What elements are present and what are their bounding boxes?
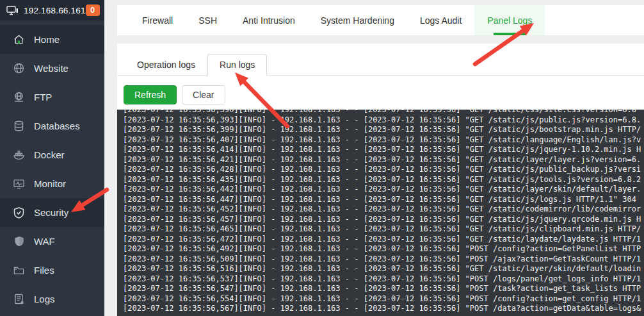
monitor-icon: [13, 178, 24, 189]
document-icon: [13, 294, 24, 304]
subtab-operation-logs[interactable]: Operation logs: [125, 54, 207, 76]
tab-anti-intrusion[interactable]: Anti Intrusion: [230, 5, 308, 35]
run-log-text: [2023-07-12 16:35:56,390][INFO] - 192.16…: [117, 110, 644, 314]
sidebar-item-label: Security: [34, 207, 68, 218]
sidebar-item-label: Docker: [34, 149, 65, 160]
security-tab-bar: FirewallSSHAnti IntrusionSystem Hardenin…: [117, 5, 644, 35]
tab-ssh[interactable]: SSH: [186, 5, 230, 35]
sidebar-item-label: FTP: [34, 92, 52, 103]
sidebar-item-monitor[interactable]: Monitor: [0, 169, 104, 198]
sidebar-item-label: Monitor: [34, 178, 66, 189]
tab-firewall[interactable]: Firewall: [129, 5, 186, 35]
clear-button[interactable]: Clear: [182, 85, 225, 104]
tab-panel-logs[interactable]: Panel Logs: [474, 5, 545, 35]
sidebar-menu: HomeWebsiteFTPDatabasesDockerMonitorSecu…: [0, 21, 104, 313]
log-type-tabs: Operation logsRun logs: [117, 44, 644, 76]
log-toolbar: Refresh Clear: [124, 85, 644, 104]
sidebar: 192.168.66.161 0 HomeWebsiteFTPDatabases…: [0, 0, 104, 316]
main-content: FirewallSSHAnti IntrusionSystem Hardenin…: [104, 0, 644, 316]
sidebar-item-website[interactable]: Website: [0, 54, 104, 83]
sidebar-item-label: Home: [34, 34, 60, 45]
sidebar-item-label: Website: [34, 63, 68, 74]
server-icon: [6, 6, 19, 15]
panel-logs-card: Operation logsRun logs Refresh Clear [20…: [117, 44, 644, 316]
server-header[interactable]: 192.168.66.161 0: [0, 0, 104, 21]
docker-icon: [13, 149, 24, 160]
shield-icon: [13, 236, 24, 247]
subtab-run-logs[interactable]: Run logs: [207, 54, 267, 76]
run-log-console[interactable]: [2023-07-12 16:35:56,390][INFO] - 192.16…: [117, 110, 644, 316]
sidebar-item-label: Files: [34, 265, 54, 276]
folder-icon: [13, 265, 24, 276]
sidebar-item-label: WAF: [34, 236, 55, 247]
sidebar-item-label: Databases: [34, 121, 80, 131]
refresh-button[interactable]: Refresh: [124, 85, 177, 104]
sidebar-item-docker[interactable]: Docker: [0, 140, 104, 169]
sidebar-item-label: Logs: [34, 294, 55, 304]
ftp-globe-icon: [13, 92, 24, 103]
database-icon: [13, 121, 24, 131]
globe-icon: [13, 63, 24, 74]
sidebar-item-databases[interactable]: Databases: [0, 112, 104, 140]
shield-check-icon: [13, 207, 24, 218]
server-ip: 192.168.66.161: [24, 6, 86, 15]
tab-system-hardening[interactable]: System Hardening: [308, 5, 407, 35]
sidebar-item-waf[interactable]: WAF: [0, 227, 104, 256]
tab-logs-audit[interactable]: Logs Audit: [407, 5, 474, 35]
message-count-badge[interactable]: 0: [86, 4, 100, 16]
sidebar-item-logs[interactable]: Logs: [0, 285, 104, 313]
sidebar-item-home[interactable]: Home: [0, 25, 104, 54]
sidebar-item-ftp[interactable]: FTP: [0, 83, 104, 112]
sidebar-item-security[interactable]: Security: [0, 198, 104, 227]
home-icon: [13, 34, 24, 45]
sidebar-item-files[interactable]: Files: [0, 256, 104, 285]
